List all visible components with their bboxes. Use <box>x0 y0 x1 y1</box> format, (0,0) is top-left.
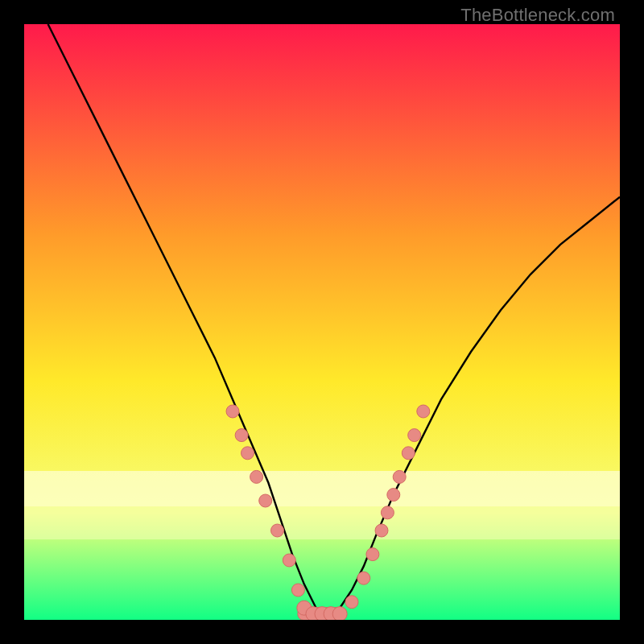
data-marker <box>375 524 388 537</box>
light-band-lower <box>24 506 620 539</box>
data-marker <box>345 596 358 609</box>
data-marker <box>235 429 248 442</box>
data-marker <box>417 405 430 418</box>
plot-frame <box>24 24 620 620</box>
data-marker <box>226 405 239 418</box>
data-marker <box>271 524 284 537</box>
data-marker <box>291 584 304 597</box>
data-marker <box>393 470 406 483</box>
data-marker <box>332 607 347 620</box>
data-marker <box>357 572 370 584</box>
data-marker <box>366 548 379 561</box>
data-marker <box>387 489 400 502</box>
data-marker <box>242 447 254 460</box>
data-marker <box>408 429 421 442</box>
light-band-upper <box>24 471 620 506</box>
data-marker <box>402 447 415 460</box>
data-marker <box>250 470 263 483</box>
bottleneck-chart <box>24 24 620 620</box>
watermark-text: TheBottleneck.com <box>460 5 615 26</box>
data-marker <box>283 554 295 567</box>
data-marker <box>381 506 394 519</box>
data-marker <box>259 494 272 507</box>
